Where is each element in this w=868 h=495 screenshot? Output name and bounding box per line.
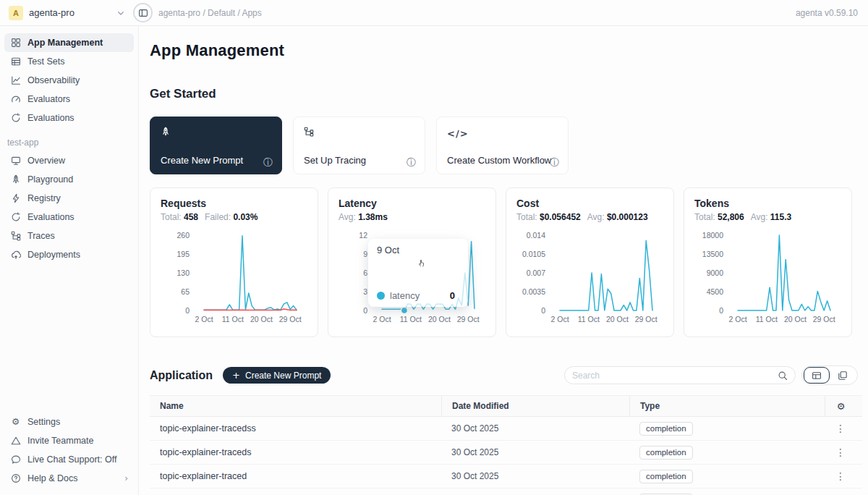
svg-text:0: 0 <box>363 306 367 315</box>
table-header-type[interactable]: Type <box>629 396 825 416</box>
plus-icon: + <box>232 371 240 380</box>
sidebar-item-help-docs[interactable]: Help & Docs› <box>4 469 134 488</box>
get-started-cards: Create New PromptⓘSet Up Tracingⓘ</>Crea… <box>150 117 868 174</box>
svg-text:0.0035: 0.0035 <box>522 287 545 296</box>
row-actions-button[interactable]: ⋮ <box>825 447 856 457</box>
sidebar-item-label: Registry <box>27 193 61 203</box>
row-actions-button[interactable]: ⋮ <box>825 471 856 481</box>
sidebar-item-label: Deployments <box>27 250 80 260</box>
sidebar-item-traces[interactable]: Traces <box>4 227 134 245</box>
sidebar-collapse-button[interactable] <box>133 3 153 22</box>
svg-text:12: 12 <box>359 231 367 240</box>
svg-text:29 Oct: 29 Oct <box>635 315 658 323</box>
metric-stat-value: 458 <box>184 212 198 222</box>
sidebar-item-label: Evaluations <box>27 212 75 222</box>
sidebar-item-evaluations[interactable]: Evaluations <box>4 208 134 227</box>
table-row-topic-explainer-traceds[interactable]: topic-explainer-traceds30 Oct 2025comple… <box>150 441 862 465</box>
metric-card-stats: Avg: 1.38ms <box>339 212 495 222</box>
svg-text:9: 9 <box>363 250 367 258</box>
svg-text:130: 130 <box>176 268 190 277</box>
grid-icon <box>10 38 21 48</box>
cell-type: completion <box>629 422 825 436</box>
get-started-card-set-up-tracing[interactable]: Set Up Tracingⓘ <box>293 117 425 174</box>
svg-text:2 Oct: 2 Oct <box>728 315 746 323</box>
sidebar-item-live-chat-support-off[interactable]: Live Chat Support: Off <box>4 450 134 469</box>
series-dot <box>377 292 385 300</box>
type-badge: completion <box>639 422 693 436</box>
svg-text:20 Oct: 20 Oct <box>250 315 273 323</box>
sidebar-item-label: Invite Teammate <box>27 436 93 446</box>
metric-card-title: Cost <box>516 198 673 209</box>
table-header-name[interactable]: Name <box>150 396 441 416</box>
sidebar-item-label: Playground <box>27 174 73 185</box>
metric-stat-label: Avg: <box>587 212 607 222</box>
get-started-heading: Get Started <box>150 87 868 101</box>
info-icon[interactable]: ⓘ <box>550 158 559 167</box>
cell-name: topic-explainer-traced <box>150 471 441 481</box>
svg-text:20 Oct: 20 Oct <box>606 315 629 323</box>
sidebar-item-evaluators[interactable]: Evaluators <box>4 90 134 109</box>
metric-chart-tokens: 04500900013500180002 Oct11 Oct20 Oct29 O… <box>694 225 852 328</box>
rocket-icon <box>10 174 21 185</box>
sidebar-item-playground[interactable]: Playground <box>4 170 134 189</box>
workspace-switcher[interactable]: A agenta-pro <box>0 6 133 20</box>
sidebar-item-overview[interactable]: Overview <box>4 151 134 170</box>
card-view-icon <box>838 371 848 381</box>
metric-card-latency: LatencyAvg: 1.38ms0369122 Oct11 Oct20 Oc… <box>328 187 496 337</box>
metric-stat-value: 1.38ms <box>358 212 388 222</box>
info-icon[interactable]: ⓘ <box>407 158 416 167</box>
sidebar-item-invite-teammate[interactable]: Invite Teammate <box>4 431 134 450</box>
search-icon[interactable] <box>778 371 788 381</box>
table-row-topic-explainer-traced[interactable]: topic-explainer-traced30 Oct 2025complet… <box>150 465 862 488</box>
main-content: App Management Get Started Create New Pr… <box>139 26 868 495</box>
breadcrumb[interactable]: agenta-pro / Default / Apps <box>158 8 262 18</box>
metric-card-title: Requests <box>161 198 318 209</box>
topbar: A agenta-pro agenta-pro / Default / Apps… <box>0 0 868 26</box>
metric-card-stats: Total: 52,806Avg: 115.3 <box>694 212 851 222</box>
gear-icon: ⚙ <box>10 418 21 427</box>
metric-stat-label: Avg: <box>751 212 770 222</box>
sidebar-app-nav: OverviewPlaygroundRegistryEvaluationsTra… <box>4 151 134 264</box>
cell-name: topic-explainer-traceds <box>150 447 441 457</box>
metric-stat-value: $0.056452 <box>540 212 581 222</box>
create-new-prompt-button[interactable]: + Create New Prompt <box>223 367 331 384</box>
row-actions-button[interactable]: ⋮ <box>825 423 856 433</box>
sidebar-item-app-management[interactable]: App Management <box>4 33 134 52</box>
search-input[interactable] <box>572 371 778 381</box>
table-row-topic-explainer-tracedss[interactable]: topic-explainer-tracedss30 Oct 2025compl… <box>150 417 862 441</box>
gear-icon[interactable]: ⚙ <box>837 402 846 411</box>
sidebar-item-label: Traces <box>27 231 55 241</box>
metric-stat-value: 0.03% <box>233 212 258 222</box>
svg-text:11 Oct: 11 Oct <box>756 315 778 323</box>
applications-table: NameDate ModifiedType⚙ topic-explainer-t… <box>150 395 862 495</box>
sidebar-item-settings[interactable]: ⚙Settings <box>4 412 134 431</box>
table-row-career-assessment[interactable]: career-assessment27 Oct 2025completion⋮ <box>150 488 862 495</box>
get-started-card-create-new-prompt[interactable]: Create New Promptⓘ <box>150 117 282 174</box>
table-header-date-modified[interactable]: Date Modified <box>441 396 629 416</box>
monitor-icon <box>10 156 21 166</box>
info-icon[interactable]: ⓘ <box>263 158 273 167</box>
sidebar-item-registry[interactable]: Registry <box>4 189 134 208</box>
sidebar-main-nav: App ManagementTest SetsObservabilityEval… <box>4 33 134 127</box>
get-started-card-label: Set Up Tracing <box>304 155 366 166</box>
svg-text:6: 6 <box>363 268 367 277</box>
svg-text:11 Oct: 11 Oct <box>222 315 244 323</box>
sidebar: App ManagementTest SetsObservabilityEval… <box>0 26 139 495</box>
sidebar-item-deployments[interactable]: Deployments <box>4 245 134 264</box>
table-view-button[interactable] <box>804 367 830 384</box>
sidebar-item-test-sets[interactable]: Test Sets <box>4 52 134 71</box>
metric-stat-label: Total: <box>516 212 540 222</box>
refresh-icon <box>10 113 21 123</box>
sidebar-item-evaluations[interactable]: Evaluations <box>4 109 134 127</box>
card-view-button[interactable] <box>830 367 856 384</box>
get-started-card-create-custom-workflow[interactable]: </>Create Custom Workflowⓘ <box>436 117 569 174</box>
svg-text:18000: 18000 <box>702 231 723 240</box>
bolt-icon <box>10 193 21 203</box>
type-badge: completion <box>639 446 693 460</box>
sidebar-footer-nav: ⚙SettingsInvite TeammateLive Chat Suppor… <box>4 412 134 488</box>
sidebar-item-observability[interactable]: Observability <box>4 71 134 90</box>
svg-text:195: 195 <box>176 250 190 258</box>
svg-text:11 Oct: 11 Oct <box>578 315 600 323</box>
cell-name: topic-explainer-tracedss <box>150 423 441 433</box>
svg-text:9000: 9000 <box>707 268 724 277</box>
